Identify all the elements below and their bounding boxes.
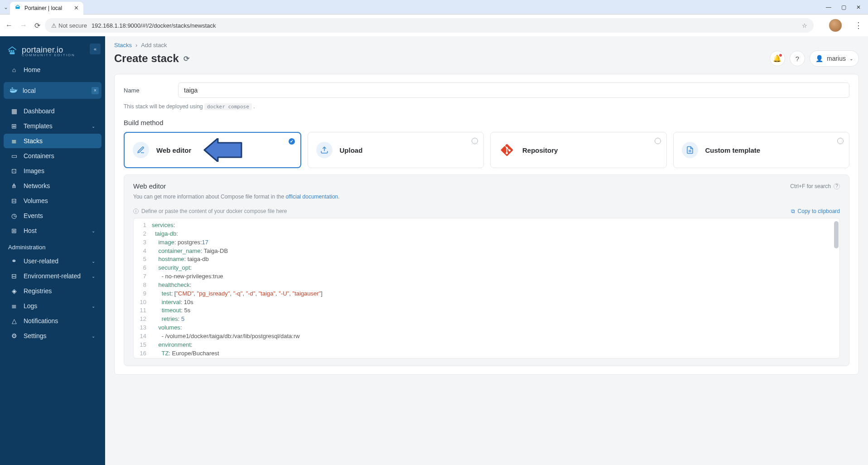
sidebar-item-dashboard[interactable]: ▦Dashboard [4,104,101,118]
breadcrumb: Stacks › Add stack [114,42,859,48]
close-window-icon[interactable]: ✕ [856,4,861,10]
address-bar[interactable]: ⚠ Not secure 192.168.1.18:9000/#!/2/dock… [45,18,814,33]
stack-name-input[interactable] [178,82,849,98]
security-badge: ⚠ Not secure [51,22,87,29]
compose-editor[interactable]: 1services:2 taiga-db:3 image: postgres:1… [133,218,840,358]
scrollbar-thumb[interactable] [834,221,839,248]
method-title: Repository [522,146,558,154]
close-env-icon[interactable]: × [92,87,99,94]
bookmark-icon[interactable]: ☆ [802,22,807,29]
code-line: 14 - /volume1/docker/taiga/db:/var/lib/p… [134,332,839,341]
sidebar-item-stacks[interactable]: ≣Stacks [4,134,101,148]
build-method-upload[interactable]: Upload [308,132,484,168]
refresh-icon[interactable]: ⟳ [183,54,189,63]
back-icon[interactable]: ← [5,21,13,29]
sidebar-item-label: Notifications [24,317,58,325]
template-icon [682,142,698,158]
sidebar-item-label: Registries [24,287,52,295]
sidebar-item-events[interactable]: ◷Events [4,208,101,223]
sidebar-item-label: Settings [24,332,47,339]
sidebar-item-registries[interactable]: ◈Registries [4,284,101,298]
chevron-down-icon: ⌄ [92,228,95,233]
help-button[interactable]: ? [790,51,805,66]
svg-rect-1 [9,50,10,52]
search-shortcut-hint: Ctrl+F for search ? [790,183,840,189]
code-line: 12 retries: 5 [134,315,839,324]
stack-form-card: Name This stack will be deployed using d… [114,74,859,375]
svg-rect-2 [11,50,12,52]
close-tab-icon[interactable]: ✕ [74,5,79,11]
docs-link[interactable]: official documentation [285,194,338,200]
not-secure-label: Not secure [58,22,87,29]
browser-tab-strip: ⌄ Portainer | local ✕ — ▢ ✕ [0,0,868,15]
maximize-icon[interactable]: ▢ [841,4,846,10]
sidebar-item-label: Networks [24,182,50,189]
sidebar-item-environment-related[interactable]: ⊟Environment-related⌄ [4,269,101,283]
sidebar-item-containers[interactable]: ▭Containers [4,149,101,163]
sidebar-icon: ⊟ [10,272,18,280]
collapse-sidebar-button[interactable]: « [90,44,101,54]
sidebar-item-label: Templates [24,122,53,130]
sidebar-item-templates[interactable]: ⊞Templates⌄ [4,119,101,133]
code-line: 5 hostname: taiga-db [134,255,839,264]
sidebar-item-label: Containers [24,152,54,160]
code-line: 15 environment: [134,341,839,349]
sidebar-icon: △ [10,317,18,325]
sidebar-icon: ▦ [10,107,18,115]
build-method-repository[interactable]: Repository [490,132,667,168]
sidebar-icon: ⊟ [10,197,18,204]
radio-selected-icon [289,138,295,145]
browser-tab[interactable]: Portainer | local ✕ [10,2,83,15]
chevron-down-icon: ⌄ [92,334,95,339]
chevron-down-icon: ⌄ [92,304,95,309]
method-title: Custom template [705,146,761,154]
sidebar-environment[interactable]: local × [4,82,101,99]
page-title-text: Create stack [114,52,179,65]
reload-icon[interactable]: ⟳ [34,21,40,30]
chrome-menu-icon[interactable]: ⋮ [854,20,863,30]
user-menu[interactable]: 👤 marius ⌄ [810,50,859,67]
git-icon [499,142,515,158]
code-line: 16 TZ: Europe/Bucharest [134,349,839,358]
notifications-button[interactable]: 🔔 [770,51,785,66]
sidebar-item-label: Host [24,227,37,234]
chevron-down-icon: ⌄ [849,56,853,61]
svg-rect-5 [10,89,12,90]
sidebar: portainer.io COMMUNITY EDITION « ⌂ Home … [0,36,105,465]
breadcrumb-root[interactable]: Stacks [114,42,132,48]
sidebar-item-user-related[interactable]: ⚭User-related⌄ [4,254,101,268]
sidebar-item-settings[interactable]: ⚙Settings⌄ [4,329,101,343]
sidebar-section-admin: Administration [0,238,105,253]
user-icon: 👤 [815,55,823,62]
build-method-custom-template[interactable]: Custom template [673,132,850,168]
chevron-right-icon: › [135,42,137,48]
deploy-hint: This stack will be deployed using docker… [124,103,849,110]
svg-rect-3 [13,50,14,52]
sidebar-item-images[interactable]: ⊡Images [4,164,101,178]
sidebar-item-label: Logs [24,302,37,310]
code-line: 4 container_name: Taiga-DB [134,247,839,256]
sidebar-icon: ⋔ [10,182,18,189]
help-icon[interactable]: ? [834,183,840,189]
method-title: Upload [340,146,363,154]
sidebar-item-host[interactable]: ⊞Host⌄ [4,223,101,238]
profile-avatar[interactable] [829,19,842,32]
svg-rect-7 [13,89,14,90]
build-method-web-editor[interactable]: Web editor [124,132,301,168]
sidebar-item-logs[interactable]: ≣Logs⌄ [4,299,101,313]
sidebar-item-home[interactable]: ⌂ Home [4,63,101,77]
web-editor-panel: Web editor Ctrl+F for search ? You can g… [124,174,849,366]
username: marius [827,55,846,62]
forward-icon[interactable]: → [20,21,27,29]
copy-to-clipboard-button[interactable]: ⧉ Copy to clipboard [791,208,840,214]
minimize-icon[interactable]: — [826,4,831,10]
sidebar-item-notifications[interactable]: △Notifications [4,314,101,328]
environment-name: local [23,87,36,94]
sidebar-item-volumes[interactable]: ⊟Volumes [4,194,101,208]
code-line: 8 healthcheck: [134,281,839,290]
build-method-title: Build method [124,119,849,126]
sidebar-item-networks[interactable]: ⋔Networks [4,179,101,193]
tab-dropdown-icon[interactable]: ⌄ [4,4,8,10]
sidebar-item-label: Dashboard [24,107,55,115]
upload-icon [316,142,333,158]
